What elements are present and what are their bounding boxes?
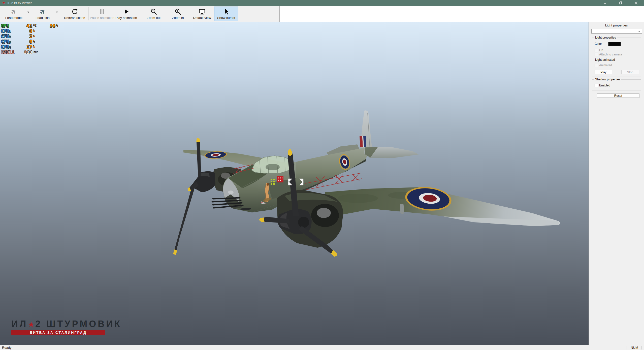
- pause-animation-label: Pause animation: [90, 16, 114, 20]
- reset-button[interactable]: Reset: [597, 93, 639, 98]
- play-animation-label: Play animation: [115, 16, 137, 20]
- default-view-button[interactable]: Default view: [190, 7, 214, 21]
- viewport-canvas[interactable]: GPU 41 °C 56 % CPU1 0 % CPU2 2 % CPU3 0 …: [0, 22, 589, 345]
- light-animated-group: Light animated Animated Play Stop: [592, 60, 641, 77]
- restore-icon: [619, 1, 622, 5]
- light-properties-panel: Light properties Light properties Color …: [589, 22, 644, 345]
- zoom-out-label: Zoom out: [147, 16, 161, 20]
- cursor-arrow-icon: [223, 8, 229, 15]
- num-lock-indicator: NUM: [628, 346, 640, 349]
- statusbar: Ready NUM: [0, 345, 644, 350]
- checkbox-box[interactable]: [595, 84, 598, 87]
- checkbox-label: Attach to camera: [599, 53, 622, 56]
- zoom-out-icon: [150, 8, 157, 15]
- aircraft-render: [0, 22, 589, 345]
- pause-icon: [99, 9, 105, 15]
- animated-checkbox: Animated: [595, 63, 612, 67]
- aircraft-model: [173, 110, 560, 257]
- load-skin-label: Load skin: [36, 16, 50, 20]
- load-skin-dropdown-arrow[interactable]: [55, 7, 59, 21]
- load-model-dropdown-arrow[interactable]: [26, 7, 30, 21]
- restore-button[interactable]: [613, 0, 628, 6]
- checkbox-label: Enabled: [599, 84, 610, 87]
- pause-animation-button: Pause animation: [90, 7, 114, 21]
- close-icon: [635, 2, 638, 5]
- play-button[interactable]: Play: [595, 70, 612, 74]
- zoom-out-button[interactable]: Zoom out: [142, 7, 166, 21]
- group-label: Shadow properties: [594, 78, 621, 81]
- light-properties-group: Light properties Color On Attach to came…: [592, 38, 641, 57]
- stop-button: Stop: [621, 70, 639, 74]
- zoom-in-icon: [175, 8, 181, 15]
- shadow-enabled-checkbox[interactable]: Enabled: [595, 84, 610, 87]
- minimize-icon: [603, 2, 606, 5]
- light-preset-select[interactable]: [591, 29, 642, 34]
- color-label: Color: [595, 42, 608, 46]
- refresh-scene-button[interactable]: Refresh scene: [62, 7, 87, 21]
- attach-to-camera-checkbox: Attach to camera: [595, 53, 622, 56]
- toolbar: ✈ Load model ✈ Load skin Refresh scene P…: [0, 6, 280, 22]
- load-model-button[interactable]: ✈ Load model: [2, 7, 26, 21]
- minimize-button[interactable]: [597, 0, 613, 6]
- group-label: Light animated: [594, 58, 616, 61]
- chevron-down-icon: [56, 12, 58, 13]
- checkbox-label: On: [599, 48, 603, 52]
- shadow-properties-group: Shadow properties Enabled: [592, 79, 641, 90]
- toolbar-separator: [61, 7, 61, 20]
- airplane-skin-icon: ✈: [38, 7, 47, 16]
- toolbar-separator: [88, 7, 88, 20]
- group-label: Light properties: [594, 36, 617, 39]
- status-separator: [627, 346, 627, 349]
- refresh-icon: [71, 8, 78, 15]
- titlebar: ★ IL-2 BOS Viewer: [0, 0, 644, 6]
- zoom-in-label: Zoom in: [172, 16, 184, 20]
- status-separator: [641, 346, 642, 349]
- zoom-in-button[interactable]: Zoom in: [166, 7, 190, 21]
- checkbox-box: [595, 49, 598, 52]
- chevron-down-icon: [27, 12, 29, 13]
- toolbar-separator: [140, 7, 140, 20]
- show-cursor-label: Show cursor: [217, 16, 235, 20]
- refresh-scene-label: Refresh scene: [64, 16, 85, 20]
- light-color-swatch[interactable]: [608, 42, 621, 46]
- checkbox-box: [595, 64, 598, 67]
- default-view-label: Default view: [193, 16, 211, 20]
- chevron-down-icon: [638, 30, 641, 32]
- fin-flash: [360, 136, 366, 147]
- window-title: IL-2 BOS Viewer: [7, 1, 32, 5]
- status-message: Ready: [2, 346, 12, 349]
- close-button[interactable]: [628, 0, 644, 6]
- toolbar-empty-area: [280, 6, 644, 22]
- checkbox-box: [595, 53, 598, 56]
- play-icon: [123, 9, 129, 15]
- show-cursor-button[interactable]: Show cursor: [214, 7, 238, 21]
- panel-title: Light properties: [589, 23, 644, 27]
- app-star-icon: ★: [2, 1, 5, 5]
- monitor-icon: [199, 8, 206, 15]
- load-skin-button[interactable]: ✈ Load skin: [30, 7, 55, 21]
- play-animation-button[interactable]: Play animation: [114, 7, 138, 21]
- light-on-checkbox: On: [595, 48, 603, 52]
- load-model-label: Load model: [5, 16, 22, 20]
- airplane-model-icon: ✈: [9, 7, 18, 16]
- checkbox-label: Animated: [599, 63, 612, 67]
